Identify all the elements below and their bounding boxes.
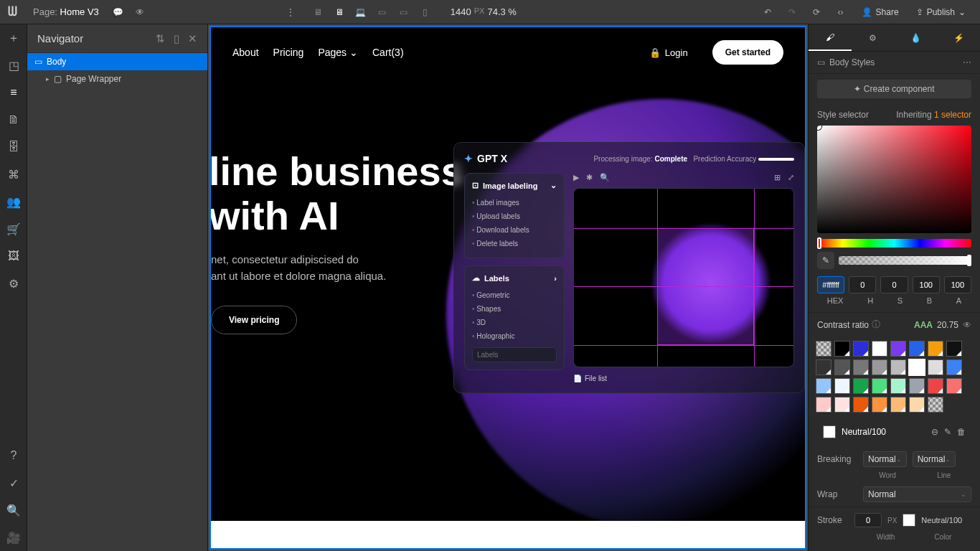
pin-icon[interactable]: ▯ — [174, 32, 179, 45]
swatch[interactable] — [834, 397, 850, 413]
list-item[interactable]: Download labels — [472, 223, 557, 237]
swatch[interactable] — [909, 397, 925, 413]
pages-icon[interactable]: 🗎 — [0, 106, 27, 133]
swatch[interactable] — [816, 359, 831, 375]
sat-input[interactable] — [880, 276, 908, 293]
info-icon[interactable]: ⓘ — [872, 319, 880, 331]
swatch[interactable] — [853, 341, 869, 357]
publish-button[interactable]: ⇪ Publish ⌄ — [909, 3, 973, 22]
detach-icon[interactable]: ⊖ — [931, 427, 938, 437]
nav-cart[interactable]: Cart(3) — [372, 47, 404, 58]
webflow-logo[interactable]: ᗯ — [0, 0, 24, 24]
interactions-tab-icon[interactable]: 💧 — [895, 24, 938, 51]
expand-icon[interactable]: ⇅ — [156, 32, 165, 45]
swatch[interactable] — [853, 397, 869, 413]
nav-pages[interactable]: Pages ⌄ — [318, 47, 358, 58]
alpha-input[interactable] — [944, 276, 971, 293]
swatch[interactable] — [909, 359, 925, 375]
nav-pricing[interactable]: Pricing — [273, 47, 304, 58]
grid-icon[interactable]: ⊞ — [774, 173, 781, 182]
swatch[interactable] — [928, 378, 943, 394]
tree-item-body[interactable]: ▭ Body — [27, 53, 207, 70]
edit-icon[interactable]: ✎ — [944, 427, 951, 437]
swatch[interactable] — [872, 378, 887, 394]
alpha-handle[interactable] — [967, 255, 971, 266]
line-break-select[interactable]: Normal⌄ — [913, 451, 956, 467]
video-icon[interactable]: 🎥 — [0, 524, 27, 551]
get-started-button[interactable]: Get started — [712, 40, 783, 65]
swatch[interactable] — [909, 341, 925, 357]
play-icon[interactable]: ▶ — [573, 173, 579, 182]
list-item[interactable]: Shapes — [472, 302, 557, 316]
close-icon[interactable]: ✕ — [188, 32, 197, 45]
design-canvas[interactable]: About Pricing Pages ⌄ Cart(3) 🔒 Login Ge… — [208, 24, 808, 551]
swatch[interactable] — [816, 378, 831, 394]
list-item[interactable]: Holographic — [472, 329, 557, 343]
swatch[interactable] — [872, 341, 887, 357]
swatch[interactable] — [853, 378, 869, 394]
bp-laptop-icon[interactable]: 💻 — [352, 5, 370, 19]
hue-handle[interactable] — [817, 237, 821, 249]
caret-right-icon[interactable]: ▸ — [46, 75, 50, 83]
settings-tab-icon[interactable]: ⚙ — [852, 24, 895, 51]
swatch[interactable] — [946, 341, 962, 357]
swatch[interactable] — [872, 359, 887, 375]
zoom-icon[interactable]: 🔍 — [600, 173, 610, 182]
pointer-icon[interactable]: ✱ — [586, 173, 593, 182]
preview-icon[interactable]: 👁 — [129, 0, 151, 24]
expand-icon[interactable]: ⤢ — [788, 173, 794, 182]
share-button[interactable]: 👤 Share — [854, 3, 906, 22]
code-icon[interactable]: ‹› — [830, 0, 852, 24]
hue-input[interactable] — [849, 276, 876, 293]
bp-xl-icon[interactable]: 🖥 — [308, 5, 327, 19]
swatch[interactable] — [872, 397, 887, 413]
word-break-select[interactable]: Normal⌄ — [863, 451, 907, 467]
swatch[interactable] — [928, 341, 943, 357]
components-icon[interactable]: ◳ — [0, 52, 27, 79]
page-selector[interactable]: Page: Home V3 — [24, 6, 108, 17]
swatch[interactable] — [834, 378, 850, 394]
bp-landscape-icon[interactable]: ▭ — [395, 5, 413, 19]
list-item[interactable]: Geometric — [472, 288, 557, 302]
swatch[interactable] — [816, 397, 831, 413]
refresh-icon[interactable]: ⟳ — [806, 0, 827, 24]
swatch[interactable] — [890, 359, 906, 375]
canvas-body-selected[interactable]: About Pricing Pages ⌄ Cart(3) 🔒 Login Ge… — [209, 26, 806, 550]
alpha-slider[interactable] — [839, 256, 971, 265]
settings-icon[interactable]: ⚙ — [0, 270, 27, 297]
navigator-icon[interactable]: ≡ — [0, 79, 27, 106]
swatch[interactable] — [890, 341, 906, 357]
swatch[interactable] — [834, 341, 850, 357]
comments-icon[interactable]: 💬 — [108, 0, 129, 24]
stroke-width-input[interactable] — [854, 513, 882, 527]
swatch[interactable] — [816, 341, 831, 357]
style-selector-row[interactable]: Style selector Inheriting 1 selector — [809, 104, 980, 126]
swatch[interactable] — [928, 359, 943, 375]
swatch[interactable] — [909, 378, 925, 394]
labels-search[interactable] — [472, 347, 557, 362]
file-list[interactable]: 📄 File list — [573, 375, 794, 382]
swatch[interactable] — [834, 359, 850, 375]
list-item[interactable]: 3D — [472, 316, 557, 329]
more-icon[interactable]: ⋯ — [963, 57, 971, 67]
effects-tab-icon[interactable]: ⚡ — [937, 24, 980, 51]
more-icon[interactable]: ⋮ — [280, 0, 301, 24]
create-component-button[interactable]: ✦ Create component — [817, 80, 971, 98]
nav-about[interactable]: About — [232, 47, 259, 58]
tree-item-page-wrapper[interactable]: ▸ ▢ Page Wrapper — [27, 70, 207, 88]
nav-login[interactable]: 🔒 Login — [649, 47, 688, 58]
eyedropper-icon[interactable]: ✎ — [817, 252, 834, 269]
search-icon[interactable]: 🔍 — [0, 496, 27, 524]
redo-icon[interactable]: ↷ — [781, 0, 803, 24]
undo-icon[interactable]: ↶ — [757, 0, 778, 24]
list-item[interactable]: Delete labels — [472, 237, 557, 250]
help-icon[interactable]: ? — [0, 442, 27, 469]
saturation-field[interactable] — [817, 126, 971, 233]
saturation-handle[interactable] — [817, 126, 821, 130]
ecommerce-icon[interactable]: 🛒 — [0, 215, 27, 242]
add-element-icon[interactable]: ＋ — [0, 24, 27, 52]
view-pricing-button[interactable]: View pricing — [211, 306, 297, 334]
swatch[interactable] — [853, 359, 869, 375]
bright-input[interactable] — [913, 276, 940, 293]
assets-icon[interactable]: 🖼 — [0, 242, 27, 270]
